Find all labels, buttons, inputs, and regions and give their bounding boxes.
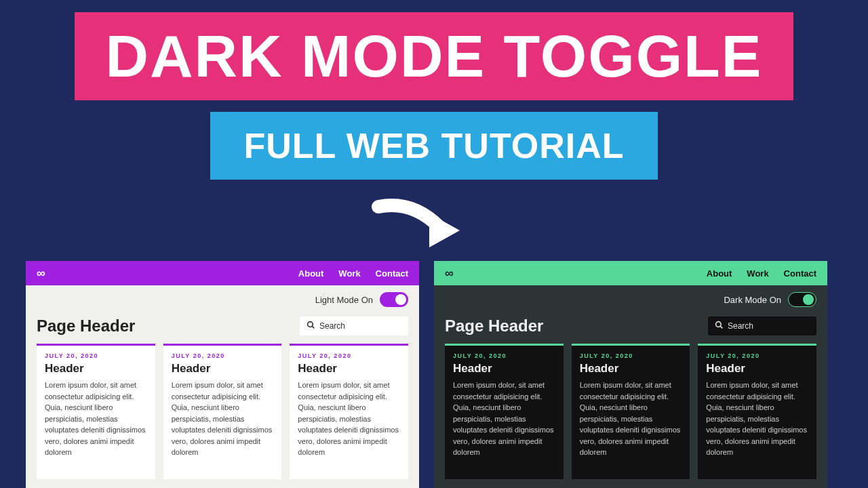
card-body: Lorem ipsum dolor, sit amet consectetur … xyxy=(45,380,147,458)
theme-toggle[interactable] xyxy=(380,292,408,307)
search-input[interactable]: Search xyxy=(708,317,816,336)
search-input[interactable]: Search xyxy=(300,317,408,336)
content-card: JULY 20, 2020 Header Lorem ipsum dolor, … xyxy=(163,344,282,479)
card-body: Lorem ipsum dolor, sit amet consectetur … xyxy=(706,380,808,458)
theme-toggle[interactable] xyxy=(788,292,816,307)
svg-point-0 xyxy=(308,322,313,327)
card-title: Header xyxy=(580,362,682,375)
card-grid: JULY 20, 2020 Header Lorem ipsum dolor, … xyxy=(434,344,827,479)
card-grid: JULY 20, 2020 Header Lorem ipsum dolor, … xyxy=(26,344,419,479)
header-row: Page Header Search xyxy=(434,314,827,344)
navbar: ∞ About Work Contact xyxy=(26,261,419,285)
content-card: JULY 20, 2020 Header Lorem ipsum dolor, … xyxy=(572,344,690,479)
card-body: Lorem ipsum dolor, sit amet consectetur … xyxy=(580,380,682,458)
mode-toggle-row: Dark Mode On xyxy=(434,285,827,314)
content-card: JULY 20, 2020 Header Lorem ipsum dolor, … xyxy=(698,344,816,479)
toggle-knob xyxy=(395,294,406,305)
banner-title-text: DARK MODE TOGGLE xyxy=(105,22,762,91)
svg-line-3 xyxy=(720,326,722,328)
mode-toggle-row: Light Mode On xyxy=(26,285,419,314)
light-mode-preview: ∞ About Work Contact Light Mode On Page … xyxy=(26,261,419,488)
search-placeholder: Search xyxy=(728,321,753,331)
svg-line-1 xyxy=(312,326,314,328)
nav-link-work[interactable]: Work xyxy=(747,268,768,279)
page-title: Page Header xyxy=(445,317,543,336)
nav-link-about[interactable]: About xyxy=(707,268,732,279)
content-card: JULY 20, 2020 Header Lorem ipsum dolor, … xyxy=(290,344,408,479)
mode-label: Light Mode On xyxy=(315,295,373,305)
content-card: JULY 20, 2020 Header Lorem ipsum dolor, … xyxy=(37,344,155,479)
arrow-icon xyxy=(365,193,473,254)
banner-subtitle-text: FULL WEB TUTORIAL xyxy=(243,125,624,166)
card-date: JULY 20, 2020 xyxy=(298,352,400,359)
search-icon xyxy=(307,321,315,331)
card-date: JULY 20, 2020 xyxy=(453,352,555,359)
nav-links: About Work Contact xyxy=(298,268,408,279)
infinity-logo-icon: ∞ xyxy=(37,266,45,281)
content-card: JULY 20, 2020 Header Lorem ipsum dolor, … xyxy=(445,344,564,479)
card-body: Lorem ipsum dolor, sit amet consectetur … xyxy=(298,380,400,458)
nav-link-contact[interactable]: Contact xyxy=(376,268,408,279)
toggle-knob xyxy=(803,294,814,305)
nav-link-about[interactable]: About xyxy=(298,268,324,279)
infinity-logo-icon: ∞ xyxy=(445,266,454,281)
card-body: Lorem ipsum dolor, sit amet consectetur … xyxy=(172,380,274,458)
svg-point-2 xyxy=(716,322,722,327)
mode-label: Dark Mode On xyxy=(724,295,781,305)
card-title: Header xyxy=(298,362,400,375)
card-title: Header xyxy=(172,362,274,375)
navbar: ∞ About Work Contact xyxy=(434,261,827,285)
card-date: JULY 20, 2020 xyxy=(580,352,682,359)
header-row: Page Header Search xyxy=(26,314,419,344)
nav-link-work[interactable]: Work xyxy=(338,268,360,279)
card-date: JULY 20, 2020 xyxy=(706,352,808,359)
search-icon xyxy=(715,321,724,331)
card-date: JULY 20, 2020 xyxy=(45,352,147,359)
nav-link-contact[interactable]: Contact xyxy=(784,268,816,279)
card-title: Header xyxy=(453,362,555,375)
card-title: Header xyxy=(706,362,808,375)
dark-mode-preview: ∞ About Work Contact Dark Mode On Page H… xyxy=(434,261,827,488)
card-body: Lorem ipsum dolor, sit amet consectetur … xyxy=(453,380,555,458)
banner-title: DARK MODE TOGGLE xyxy=(75,12,793,100)
card-title: Header xyxy=(45,362,147,375)
nav-links: About Work Contact xyxy=(707,268,816,279)
card-date: JULY 20, 2020 xyxy=(172,352,274,359)
search-placeholder: Search xyxy=(319,321,345,331)
banner-subtitle: FULL WEB TUTORIAL xyxy=(210,112,658,180)
page-title: Page Header xyxy=(37,317,135,336)
